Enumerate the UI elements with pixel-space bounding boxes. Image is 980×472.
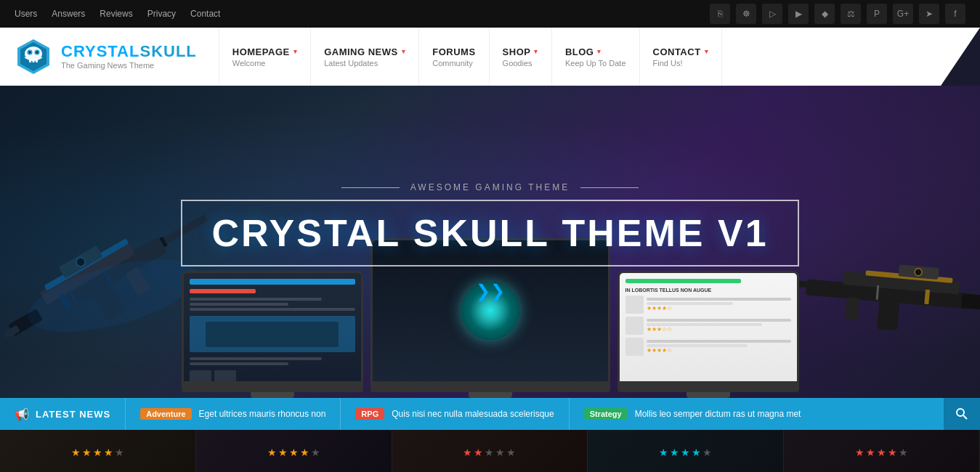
hero-section: AWESOME GAMING THEME CRYSTAL SKULL THEME… (0, 86, 980, 398)
tag-strategy: Strategy (584, 408, 628, 420)
chevron-icon: ▾ (705, 48, 709, 55)
nav-answers[interactable]: Answers (52, 9, 85, 19)
svg-rect-30 (845, 297, 860, 320)
chevron-icon: ▾ (534, 48, 538, 55)
rss-icon[interactable]: ⎘ (710, 4, 730, 24)
ticker-text-1: Quis nisi nec nulla malesuada scelerisqu… (392, 409, 554, 419)
star-rating-1: ★ ★ ★ ★ ★ (267, 447, 320, 458)
tag-rpg: RPG (355, 408, 384, 420)
tag-adventure: Adventure (140, 408, 191, 420)
facebook-icon[interactable]: f (945, 4, 965, 24)
ticker-text-2: Mollis leo semper dictum ras ut magna me… (635, 409, 801, 419)
ticker-item-1: RPG Quis nisi nec nulla malesuada sceler… (340, 398, 568, 430)
top-bar-links: Users Answers Reviews Privacy Contact (15, 9, 220, 19)
star-rating-2: ★ ★ ★ ★ ★ (463, 447, 516, 458)
googleplus-icon[interactable]: G+ (893, 4, 913, 24)
news-ticker: 📢 LATEST NEWS Adventure Eget ultrices ma… (0, 398, 980, 430)
search-icon (955, 407, 968, 420)
preview-item-0: ★ ★ ★ ★ ★ (0, 430, 196, 472)
youtube-icon[interactable]: ▶ (788, 4, 809, 24)
svg-line-37 (963, 415, 967, 419)
top-bar: Users Answers Reviews Privacy Contact ⎘ … (0, 0, 980, 28)
social-icons: ⎘ ☸ ▷ ▶ ◆ ⚖ P G+ ➤ f (710, 4, 965, 24)
chevron-icon: ▾ (293, 48, 298, 55)
nav-item-blog[interactable]: BLOG ▾ Keep Up To Date (552, 28, 640, 86)
hero-title: CRYSTAL SKULL THEME V1 (211, 214, 768, 252)
preview-item-4: ★ ★ ★ ★ ★ (784, 430, 980, 472)
preview-item-1: ★ ★ ★ ★ ★ (196, 430, 392, 472)
nav-reviews[interactable]: Reviews (100, 9, 132, 19)
nav-item-homepage[interactable]: HOMEPAGE ▾ Welcome (219, 28, 311, 86)
logo-icon (15, 38, 52, 76)
preview-item-3: ★ ★ ★ ★ ★ (588, 430, 784, 472)
svg-point-36 (957, 409, 964, 416)
nav-item-gaming-news[interactable]: GAMING NEWS ▾ Latest Updates (311, 28, 419, 86)
megaphone-icon: 📢 (15, 407, 30, 421)
star-rating-3: ★ ★ ★ ★ ★ (659, 447, 712, 458)
hero-title-box: CRYSTAL SKULL THEME V1 (181, 200, 798, 266)
ticker-text-0: Eget ultrices mauris rhoncus non (199, 409, 326, 419)
ticker-content: Adventure Eget ultrices mauris rhoncus n… (125, 398, 944, 430)
ticker-label: 📢 LATEST NEWS (0, 398, 125, 430)
ticker-search-button[interactable] (944, 398, 980, 430)
svg-point-6 (36, 52, 39, 54)
logo-tagline: The Gaming News Theme (61, 61, 197, 70)
hero-chevron-icon: ❯❯ (181, 281, 798, 301)
ticker-item-2: Strategy Mollis leo semper dictum ras ut… (569, 398, 816, 430)
nav-item-forums[interactable]: FORUMS Community (419, 28, 489, 86)
logo-area[interactable]: CRYSTALSKULL The Gaming News Theme (15, 38, 197, 76)
pinterest-icon[interactable]: P (867, 4, 887, 24)
nav-users[interactable]: Users (15, 9, 37, 19)
nav-privacy[interactable]: Privacy (147, 9, 176, 19)
svg-rect-28 (961, 293, 980, 310)
hero-label: AWESOME GAMING THEME (181, 182, 798, 192)
svg-point-33 (915, 268, 923, 276)
logo-text: CRYSTALSKULL The Gaming News Theme (61, 44, 197, 70)
star-rating-0: ★ ★ ★ ★ ★ (71, 447, 124, 458)
twitter-icon[interactable]: ➤ (919, 4, 939, 24)
vimeo-icon[interactable]: ▷ (762, 4, 782, 24)
ticker-item-0: Adventure Eget ultrices mauris rhoncus n… (125, 398, 340, 430)
chevron-icon: ▾ (402, 48, 406, 55)
svg-point-5 (29, 52, 31, 54)
nav-contact[interactable]: Contact (190, 9, 220, 19)
behance-icon[interactable]: ☸ (736, 4, 756, 24)
hero-content: AWESOME GAMING THEME CRYSTAL SKULL THEME… (181, 182, 798, 301)
preview-item-2: ★ ★ ★ ★ ★ (392, 430, 588, 472)
main-nav: HOMEPAGE ▾ Welcome GAMING NEWS ▾ Latest … (219, 28, 722, 86)
logo-name: CRYSTALSKULL (61, 44, 197, 60)
chevron-icon: ▾ (597, 48, 602, 55)
star-rating-4: ★ ★ ★ ★ ★ (855, 447, 908, 458)
svg-rect-29 (877, 300, 899, 330)
twitch-icon[interactable]: ◆ (814, 4, 835, 24)
nav-item-shop[interactable]: SHOP ▾ Goodies (490, 28, 552, 86)
bottom-preview: ★ ★ ★ ★ ★ ★ ★ ★ ★ ★ ★ ★ ★ ★ ★ ★ ★ ★ (0, 430, 980, 472)
nav-item-contact[interactable]: CONTACT ▾ Find Us! (640, 28, 723, 86)
site-header: CRYSTALSKULL The Gaming News Theme HOMEP… (0, 28, 980, 86)
steam-icon[interactable]: ⚖ (841, 4, 861, 24)
